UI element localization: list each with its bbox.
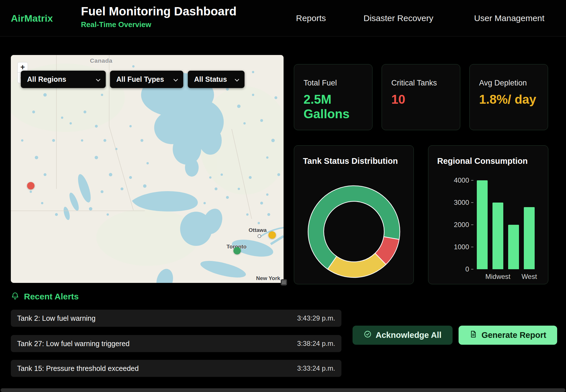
y-tick-2000: 2000 [454,221,473,229]
acknowledge-all-button[interactable]: Acknowledge All [353,326,453,345]
bar-chart-y-axis: 01000200030004000 [428,180,473,269]
alert-message: Tank 15: Pressure threshold exceeded [17,364,139,373]
bar-1 [492,203,503,269]
drag-dots-icon [282,280,286,284]
page-title: Fuel Monitoring Dashboard [81,5,237,18]
stat-card-avg-depletion: Avg Depletion 1.8%/ day [469,64,548,130]
x-tick-1: Midwest [492,273,503,281]
fuel-type-filter-dropdown[interactable]: All Fuel Types [110,71,183,88]
alert-time: 3:38:24 p.m. [297,340,335,348]
x-tick-2 [508,273,519,281]
y-tick-1000: 1000 [454,243,473,251]
x-tick-3: West [524,273,535,281]
donut-segment-yellow [328,253,386,277]
y-tick-0: 0 [465,265,473,273]
app-root: AirMatrix Fuel Monitoring Dashboard Real… [0,0,566,392]
title-block: Fuel Monitoring Dashboard Real-Time Over… [81,5,237,29]
tank-marker-yellow[interactable] [268,231,276,239]
tank-status-donut-chart [294,146,414,285]
y-tick-4000: 4000 [454,176,473,184]
generate-report-label: Generate Report [481,330,546,340]
stat-value: 1.8%/ day [479,92,540,107]
horizontal-scrollbar[interactable] [1,388,565,392]
alert-row[interactable]: Tank 15: Pressure threshold exceeded 3:3… [11,360,341,377]
acknowledge-all-label: Acknowledge All [376,330,441,340]
regional-consumption-bar-chart [477,180,535,269]
chevron-down-icon [235,75,239,83]
tank-marker-green[interactable] [233,247,241,254]
map-resize-handle[interactable] [281,279,287,285]
alert-message: Tank 27: Low fuel warning triggered [17,340,130,348]
bar-3 [524,207,535,269]
nav-user-management[interactable]: User Management [474,13,545,23]
stat-label: Total Fuel [304,79,364,87]
alert-message: Tank 2: Low fuel warning [17,314,95,322]
alert-row[interactable]: Tank 27: Low fuel warning triggered 3:38… [11,335,341,352]
alert-time: 3:43:29 p.m. [297,314,335,322]
stat-label: Avg Depletion [479,79,540,87]
ottawa-city-dot [258,234,261,238]
nav-reports[interactable]: Reports [296,13,326,23]
generate-report-button[interactable]: Generate Report [459,326,557,345]
map-label-canada: Canada [90,57,113,64]
check-circle-icon [364,330,372,340]
status-filter-dropdown[interactable]: All Status [188,71,245,88]
bar-0 [477,180,488,269]
status-filter-label: All Status [194,75,227,83]
bell-icon [11,292,19,301]
region-filter-label: All Regions [27,75,66,83]
nav-disaster-recovery[interactable]: Disaster Recovery [363,13,433,23]
regional-consumption-chart-card: Regional Consumption 01000200030004000 M… [428,145,548,284]
document-icon [469,330,477,340]
bar-chart-x-axis: MidwestWest [477,273,535,281]
region-filter-dropdown[interactable]: All Regions [21,71,106,88]
map-label-new-york: New York [256,275,280,281]
recent-alerts-header: Recent Alerts [11,292,79,301]
fuel-type-filter-label: All Fuel Types [116,75,164,83]
alert-row[interactable]: Tank 2: Low fuel warning 3:43:29 p.m. [11,310,341,327]
page-subtitle: Real-Time Overview [81,20,237,29]
stat-card-critical-tanks: Critical Tanks 10 [382,64,460,130]
alert-time: 3:33:24 p.m. [297,364,335,372]
tank-status-chart-card: Tank Status Distribution [294,145,414,284]
stat-value: 10 [391,92,452,107]
chevron-down-icon [173,75,178,83]
recent-alerts-title: Recent Alerts [24,292,79,301]
stat-card-total-fuel: Total Fuel 2.5M Gallons [294,64,372,130]
chevron-down-icon [96,75,101,83]
fuel-map[interactable]: Canada Ottawa Toronto New York + − All R… [11,55,284,283]
bar-2 [508,225,519,269]
header: AirMatrix Fuel Monitoring Dashboard Real… [0,0,566,36]
map-label-ottawa: Ottawa [249,227,266,233]
brand-logo[interactable]: AirMatrix [11,13,53,24]
y-tick-3000: 3000 [454,199,473,207]
stat-value: 2.5M Gallons [304,92,364,121]
stat-label: Critical Tanks [391,79,452,87]
tank-marker-red[interactable] [27,182,34,189]
chart-title: Regional Consumption [437,156,528,166]
